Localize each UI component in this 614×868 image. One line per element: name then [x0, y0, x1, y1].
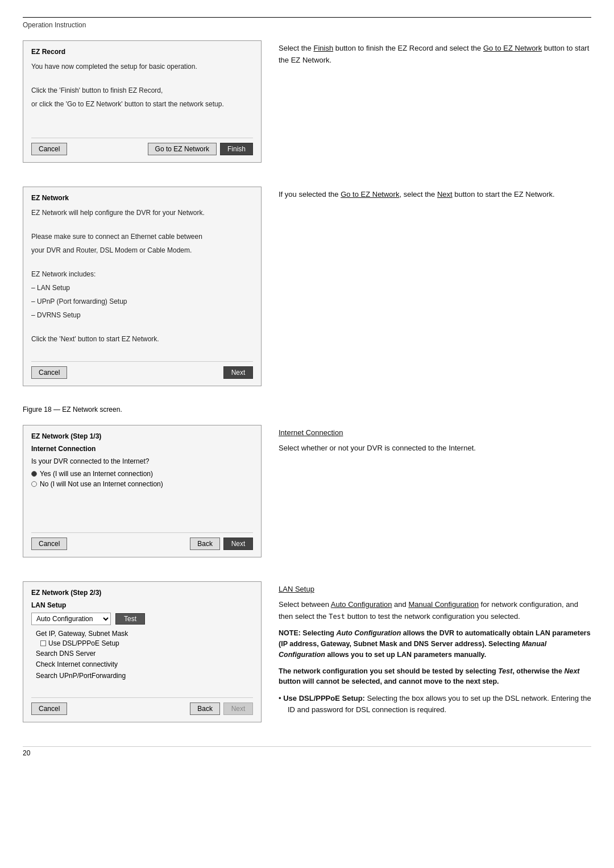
- ez-network-section: EZ Network EZ Network will help configur…: [23, 187, 591, 396]
- note-prefix: NOTE:: [279, 629, 302, 637]
- step2-title: EZ Network (Step 2/3): [31, 589, 253, 597]
- test-button[interactable]: Test: [115, 613, 145, 625]
- step1-footer: Cancel Back Next: [31, 532, 253, 550]
- step1-radio2-label: No (I will Not use an Internet connectio…: [40, 480, 163, 488]
- ez-network-desc: If you selected the Go to EZ Network, se…: [279, 189, 591, 201]
- step1-cancel-button[interactable]: Cancel: [31, 538, 67, 550]
- ez-record-desc: Select the Finish button to finish the E…: [279, 43, 591, 67]
- ez-network-body2: Please make sure to connect an Ethernet …: [31, 232, 253, 242]
- step2-dialog: EZ Network (Step 2/3) LAN Setup Auto Con…: [23, 581, 262, 722]
- go-to-ez-network-button[interactable]: Go to EZ Network: [148, 143, 217, 155]
- step2-item3: Check Internet connectivity: [31, 659, 253, 670]
- ez-record-body1: You have now completed the setup for bas…: [31, 61, 253, 72]
- manual-config-italic: Manual Configuration: [279, 640, 546, 659]
- ez-record-right-text: Select the Finish button to finish the E…: [279, 43, 591, 67]
- step1-radio2-row: No (I will Not use an Internet connectio…: [31, 480, 253, 488]
- header-rule: [23, 17, 591, 18]
- step2-note2: The network configuration you set should…: [279, 666, 591, 688]
- step1-body1: Is your DVR connected to the Internet?: [31, 456, 253, 466]
- step2-left: EZ Network (Step 2/3) LAN Setup Auto Con…: [23, 581, 262, 733]
- next-italic: Next: [564, 667, 579, 675]
- test-label: Test: [329, 613, 345, 621]
- go-to-ez-label: Go to EZ Network: [341, 190, 399, 199]
- step1-dialog: EZ Network (Step 1/3) Internet Connectio…: [23, 425, 262, 557]
- step1-left: EZ Network (Step 1/3) Internet Connectio…: [23, 425, 262, 568]
- step1-right: Internet Connection Select whether or no…: [279, 425, 591, 568]
- step2-lan-section: LAN Setup Auto Configuration Manual Conf…: [31, 601, 253, 681]
- manual-config-label: Manual Configuration: [408, 600, 479, 609]
- step2-right-text: LAN Setup Select between Auto Configurat…: [279, 584, 591, 715]
- step2-section-label: LAN Setup: [31, 601, 253, 609]
- step2-back-button[interactable]: Back: [190, 702, 220, 715]
- ez-record-body3: or click the 'Go to EZ Network' button t…: [31, 99, 253, 109]
- step2-footer-left: Cancel: [31, 702, 67, 715]
- ez-network-item1: – LAN Setup: [31, 283, 253, 293]
- ez-record-footer: Cancel Go to EZ Network Finish: [31, 138, 253, 155]
- ez-network-item2: – UPnP (Port forwarding) Setup: [31, 296, 253, 307]
- step2-footer: Cancel Back Next: [31, 697, 253, 715]
- radio-yes-icon: [31, 471, 37, 477]
- figure-caption: Figure 18 — EZ Network screen.: [23, 406, 591, 414]
- ez-record-section: EZ Record You have now completed the set…: [23, 40, 591, 173]
- step2-config-select[interactable]: Auto Configuration Manual Configuration: [31, 613, 111, 625]
- step1-radio1-label: Yes (I will use an Internet connection): [40, 470, 153, 478]
- ez-network-body4: Click the 'Next' button to start EZ Netw…: [31, 334, 253, 344]
- ez-network-item3: – DVRNS Setup: [31, 310, 253, 320]
- ez-record-dialog: EZ Record You have now completed the set…: [23, 40, 262, 163]
- step2-item4: Search UPnP/PortForwarding: [31, 671, 253, 681]
- step2-right: LAN Setup Select between Auto Configurat…: [279, 581, 591, 733]
- dsl-pppoe-label: Use DSL/PPPoE Setup: [48, 639, 119, 647]
- internet-connection-title: Internet Connection: [279, 427, 591, 439]
- step1-section: EZ Network (Step 1/3) Internet Connectio…: [23, 425, 591, 568]
- step1-footer-left: Cancel: [31, 538, 67, 550]
- ez-network-body3: your DVR and Router, DSL Modem or Cable …: [31, 245, 253, 255]
- lan-setup-title: LAN Setup: [279, 584, 591, 596]
- step1-right-text: Internet Connection Select whether or no…: [279, 427, 591, 454]
- ez-network-title: EZ Network: [31, 194, 253, 202]
- step2-item1: Get IP, Gateway, Subnet Mask: [31, 629, 253, 639]
- step2-section: EZ Network (Step 2/3) LAN Setup Auto Con…: [23, 581, 591, 733]
- auto-config-italic: Auto Configuration: [336, 629, 401, 637]
- step2-checkbox-row: Use DSL/PPPoE Setup: [31, 639, 253, 647]
- ez-record-left: EZ Record You have now completed the set…: [23, 40, 262, 173]
- ez-network-left: EZ Network EZ Network will help configur…: [23, 187, 262, 396]
- ez-record-cancel-button[interactable]: Cancel: [31, 143, 67, 155]
- step1-next-button[interactable]: Next: [223, 538, 253, 550]
- go-ez-network-label: Go to EZ Network: [483, 44, 542, 52]
- ez-network-body: EZ Network will help configure the DVR f…: [31, 208, 253, 344]
- ez-record-body2: Click the 'Finish' button to finish EZ R…: [31, 85, 253, 96]
- step1-back-button[interactable]: Back: [190, 538, 220, 550]
- ez-record-footer-left: Cancel: [31, 143, 67, 155]
- finish-label: Finish: [313, 44, 333, 52]
- ez-network-cancel-button[interactable]: Cancel: [31, 366, 67, 379]
- dsl-pppoe-checkbox[interactable]: [40, 640, 46, 646]
- step2-bullet: • Use DSL/PPPoE Setup: Selecting the box…: [279, 693, 591, 715]
- ez-record-body: You have now completed the setup for bas…: [31, 61, 253, 109]
- step2-item2: Search DNS Server: [31, 648, 253, 659]
- ez-network-footer: Cancel Next: [31, 361, 253, 379]
- test-italic: Test: [498, 667, 512, 675]
- step2-cancel-button[interactable]: Cancel: [31, 702, 67, 715]
- next-label: Next: [437, 190, 453, 199]
- ez-network-right: If you selected the Go to EZ Network, se…: [279, 187, 591, 396]
- step2-note: NOTE: Selecting Auto Configuration allow…: [279, 628, 591, 660]
- step2-config-row: Auto Configuration Manual Configuration …: [31, 613, 253, 625]
- ez-network-body1: EZ Network will help configure the DVR f…: [31, 208, 253, 218]
- header-text: Operation Instruction: [23, 21, 591, 29]
- ez-network-footer-left: Cancel: [31, 366, 67, 379]
- page-number: 20: [23, 746, 591, 757]
- note-text1: Selecting Auto Configuration allows the …: [279, 629, 591, 659]
- step2-next-button: Next: [223, 702, 253, 715]
- dsl-bullet-label: Use DSL/PPPoE Setup:: [283, 694, 365, 702]
- step1-radio1-row: Yes (I will use an Internet connection): [31, 470, 253, 478]
- ez-record-right: Select the Finish button to finish the E…: [279, 40, 591, 173]
- radio-no-icon: [31, 481, 37, 487]
- step1-desc: Select whether or not your DVR is connec…: [279, 443, 591, 454]
- ez-network-next-button[interactable]: Next: [223, 366, 253, 379]
- step2-desc: Select between Auto Configuration and Ma…: [279, 599, 591, 623]
- finish-button[interactable]: Finish: [220, 143, 253, 155]
- auto-config-label: Auto Configuration: [331, 600, 392, 609]
- step1-section-label: Internet Connection: [31, 445, 253, 453]
- step1-title: EZ Network (Step 1/3): [31, 432, 253, 440]
- ez-network-includes: EZ Network includes:: [31, 269, 253, 279]
